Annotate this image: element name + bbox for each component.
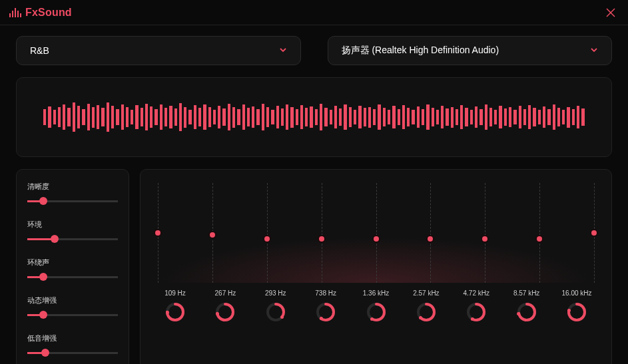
slider-label: 环境 [27,220,118,230]
preset-dropdown[interactable]: R&B [16,36,301,65]
slider-label: 动态增强 [27,295,118,305]
eq-gain-knob[interactable] [266,302,286,322]
knob-indicator-dot [216,312,219,315]
eq-band-point[interactable] [535,235,543,243]
slider-thumb[interactable] [39,311,47,319]
visualizer-bars [43,96,585,138]
knob-indicator-dot [166,311,169,314]
chevron-down-icon [279,45,287,56]
eq-gain-knob[interactable] [316,302,336,322]
effect-slider: 环境 [27,220,118,243]
effect-slider: 清晰度 [27,182,118,205]
eq-gridline [485,183,485,283]
selector-row: R&B 扬声器 (Realtek High Definition Audio) [16,36,612,65]
visualizer-panel [16,77,612,157]
eq-band-point[interactable] [263,235,271,243]
slider-track[interactable] [27,273,118,281]
output-selected-label: 扬声器 (Realtek High Definition Audio) [342,45,499,57]
controls-row: 清晰度环境环绕声动态增强低音增强 109 Hz267 Hz293 Hz738 H… [16,169,612,364]
knob-indicator-dot [320,317,323,320]
effect-slider: 低音增强 [27,333,118,357]
eq-band-point[interactable] [318,235,326,243]
slider-thumb[interactable] [41,349,49,357]
titlebar: FxSound [0,0,628,25]
slider-track[interactable] [27,349,118,357]
eq-band-point[interactable] [426,235,434,243]
output-device-dropdown[interactable]: 扬声器 (Realtek High Definition Audio) [328,36,613,65]
close-button[interactable] [603,5,619,21]
slider-thumb[interactable] [51,235,59,243]
close-icon [606,8,615,17]
effect-slider: 环绕声 [27,258,118,281]
eq-gridline [267,183,268,283]
chevron-down-icon [590,45,598,56]
eq-band-point[interactable] [208,231,216,239]
eq-band-point[interactable] [372,235,380,243]
eq-band-point[interactable] [590,229,598,237]
eq-band-point[interactable] [154,229,162,237]
eq-band-point[interactable] [481,235,489,243]
eq-gridline [322,183,322,283]
effect-slider: 动态增强 [27,295,118,319]
eq-gridline [430,183,431,283]
logo-bars-icon [9,8,21,17]
slider-track[interactable] [27,235,118,243]
app-logo: FxSound [9,7,72,19]
slider-label: 清晰度 [27,182,118,192]
slider-label: 低音增强 [27,333,118,343]
slider-thumb[interactable] [39,273,47,281]
slider-track[interactable] [27,311,118,319]
app-name: FxSound [25,7,72,19]
slider-label: 环绕声 [27,258,118,268]
eq-gain-knob[interactable] [366,302,386,322]
eq-gridline [539,183,540,283]
preset-selected-label: R&B [30,45,49,56]
slider-thumb[interactable] [39,197,47,205]
equalizer-panel: 109 Hz267 Hz293 Hz738 Hz1.36 kHz2.57 kHz… [140,169,612,364]
eq-gain-knob[interactable] [215,302,235,322]
slider-track[interactable] [27,197,118,205]
eq-gain-knob[interactable] [466,302,486,322]
eq-gain-knob[interactable] [165,302,185,322]
eq-graph [158,183,594,283]
effect-sliders-panel: 清晰度环境环绕声动态增强低音增强 [16,169,129,364]
eq-gridline [376,183,377,283]
eq-gain-knob[interactable] [567,302,587,322]
app-body: R&B 扬声器 (Realtek High Definition Audio) … [0,25,628,364]
knob-indicator-dot [280,315,284,319]
eq-gain-knob[interactable] [416,302,436,322]
knob-indicator-dot [567,309,571,312]
knob-indicator-dot [471,317,474,321]
eq-gain-knob[interactable] [517,302,537,322]
